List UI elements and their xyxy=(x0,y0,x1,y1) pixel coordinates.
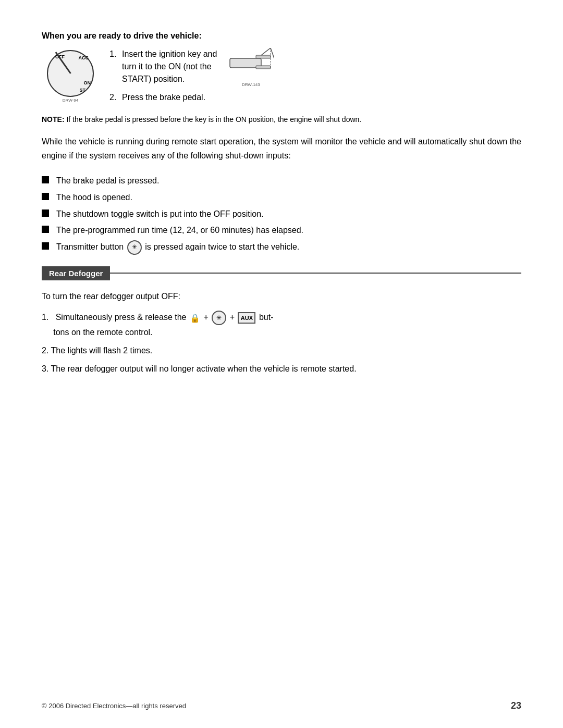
footer: © 2006 Directed Electronics—all rights r… xyxy=(42,700,521,711)
bullet-item-3: The shutdown toggle switch is put into t… xyxy=(42,207,521,221)
defogger-step1a: Simultaneously press & release the xyxy=(56,313,189,322)
step-1: 1. Insert the ignition key and turn it t… xyxy=(109,48,521,88)
lock-icon: 🔒 xyxy=(190,314,200,323)
card-image-area: DRW-143 xyxy=(227,48,274,88)
defogger-step1e: tons on the remote control. xyxy=(42,328,153,337)
main-paragraph: While the vehicle is running during remo… xyxy=(42,134,521,163)
bullet-text-4: The pre-programmed run time (12, 24, or … xyxy=(56,224,303,237)
bullet-square-5 xyxy=(42,242,49,250)
section-heading-drive: When you are ready to drive the vehicle: xyxy=(42,31,521,41)
step-1b: turn it to the ON (not the xyxy=(122,62,212,71)
section-bar-line xyxy=(110,273,521,274)
bullet-list: The brake pedal is pressed. The hood is … xyxy=(42,174,521,254)
bullet-item-5: Transmitter button ✳ is pressed again tw… xyxy=(42,240,521,255)
bullet-square-3 xyxy=(42,209,49,217)
bullet-item-2: The hood is opened. xyxy=(42,191,521,204)
steps-list: 1. Insert the ignition key and turn it t… xyxy=(109,48,521,104)
defogger-step2: 2. The lights will flash 2 times. xyxy=(42,343,521,357)
footer-page-number: 23 xyxy=(511,700,521,711)
defogger-intro: To turn the rear defogger output OFF: xyxy=(42,290,521,303)
aux-button-icon: AUX xyxy=(238,312,255,324)
rear-defogger-section-bar: Rear Defogger xyxy=(42,266,521,280)
label-st: ST xyxy=(79,88,85,93)
bullet-item-4: The pre-programmed run time (12, 24, or … xyxy=(42,224,521,237)
svg-line-3 xyxy=(261,48,271,55)
defogger-step1: 1. Simultaneously press & release the 🔒 … xyxy=(42,310,521,339)
page: When you are ready to drive the vehicle:… xyxy=(0,0,563,728)
card-svg xyxy=(227,48,274,77)
rear-defogger-label: Rear Defogger xyxy=(42,266,110,280)
bullet-text-3: The shutdown toggle switch is put into t… xyxy=(56,207,264,221)
step-1-row: Insert the ignition key and turn it to t… xyxy=(122,48,274,88)
or-text: or xyxy=(201,226,208,235)
transmitter-button-icon: ✳ xyxy=(127,240,142,255)
defogger-step1d: but- xyxy=(259,313,274,322)
svg-rect-2 xyxy=(256,66,271,69)
step-1c: START) position. xyxy=(122,75,185,83)
ignition-area: OFF ACC ON ST DRW-94 1. Insert the ignit… xyxy=(42,48,521,107)
defogger-plus1: + xyxy=(203,313,211,322)
step-2-num: 2. xyxy=(109,91,122,104)
bullet-square-4 xyxy=(42,226,49,233)
drw-94-label: DRW-94 xyxy=(42,98,99,103)
defogger-step3: 3. The rear defogger output will no long… xyxy=(42,362,521,376)
asterisk-button-icon: ✳ xyxy=(212,311,226,325)
svg-rect-1 xyxy=(256,55,271,58)
defogger-plus2: + xyxy=(230,313,237,322)
step-1-text: Insert the ignition key and turn it to t… xyxy=(122,48,217,85)
bullet-square-2 xyxy=(42,193,49,200)
drw-143-label: DRW-143 xyxy=(227,82,274,88)
note-text: If the brake pedal is pressed before the… xyxy=(66,115,361,124)
bullet-text-1: The brake pedal is pressed. xyxy=(56,174,159,188)
steps-area: 1. Insert the ignition key and turn it t… xyxy=(109,48,521,107)
footer-copyright: © 2006 Directed Electronics—all rights r… xyxy=(42,702,186,710)
step-2: 2. Press the brake pedal. xyxy=(109,91,521,104)
note-label: NOTE: xyxy=(42,115,65,124)
step-1-num: 1. xyxy=(109,48,122,60)
bullet-square-1 xyxy=(42,176,49,183)
bullet-text-5: Transmitter button ✳ is pressed again tw… xyxy=(56,240,299,255)
bullet-item-1: The brake pedal is pressed. xyxy=(42,174,521,188)
ignition-circle: OFF ACC ON ST xyxy=(47,50,94,97)
note-box: NOTE: If the brake pedal is pressed befo… xyxy=(42,114,521,125)
step-1a: Insert the ignition key and xyxy=(122,50,217,58)
ignition-key-diagram: OFF ACC ON ST DRW-94 xyxy=(42,50,99,103)
label-on: ON xyxy=(84,80,91,85)
bullet-text-2: The hood is opened. xyxy=(56,191,132,204)
step-2-text: Press the brake pedal. xyxy=(122,91,205,104)
svg-line-4 xyxy=(271,48,274,58)
label-acc: ACC xyxy=(79,55,89,60)
defogger-step1-num: 1. xyxy=(42,313,53,322)
